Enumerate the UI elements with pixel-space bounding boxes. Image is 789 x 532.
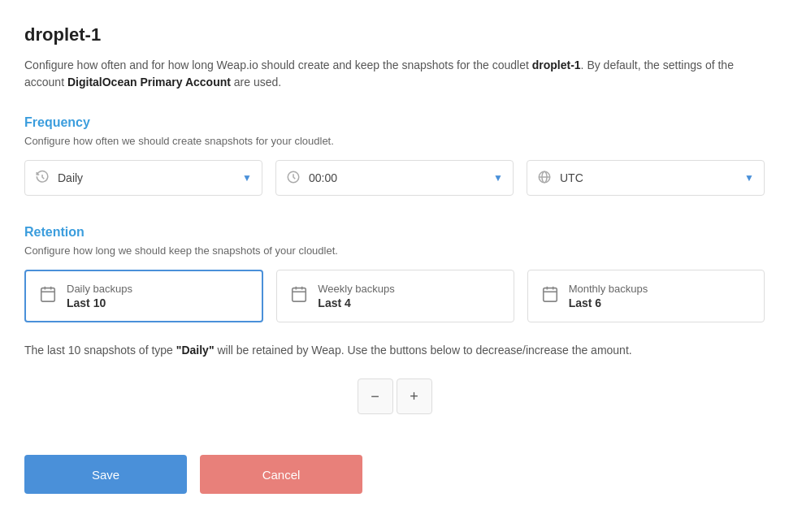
retention-info-post: will be retained by Weap. Use the button… (215, 344, 632, 357)
calendar-daily-icon (39, 285, 57, 307)
stepper-row: − + (24, 378, 765, 414)
retention-card-monthly[interactable]: Monthly backups Last 6 (527, 270, 765, 322)
increase-button[interactable]: + (397, 378, 432, 414)
frequency-section-title: Frequency (24, 115, 765, 130)
svg-rect-4 (41, 288, 55, 302)
description-pre: Configure how often and for how long Wea… (24, 58, 532, 71)
time-chevron-icon: ▼ (493, 172, 503, 184)
decrease-button[interactable]: − (358, 378, 393, 414)
actions-row: Save Cancel (24, 455, 765, 494)
monthly-card-text: Monthly backups Last 6 (569, 283, 648, 309)
timezone-value: UTC (560, 171, 744, 184)
daily-card-title: Daily backups (67, 283, 132, 295)
svg-rect-8 (293, 288, 306, 302)
time-value: 00:00 (309, 171, 493, 184)
clock-icon (286, 170, 301, 187)
retention-section-title: Retention (24, 225, 765, 240)
interval-select[interactable]: Daily ▼ (24, 160, 262, 196)
daily-card-text: Daily backups Last 10 (67, 283, 132, 309)
description-post: are used. (231, 76, 281, 89)
frequency-row: Daily ▼ 00:00 ▼ UTC (24, 160, 765, 196)
retention-info: The last 10 snapshots of type "Daily" wi… (24, 342, 765, 359)
retention-info-type: "Daily" (176, 344, 215, 357)
retention-section-desc: Configure how long we should keep the sn… (24, 244, 765, 257)
retention-cards: Daily backups Last 10 Weekly backups Las… (24, 270, 765, 322)
svg-rect-12 (543, 288, 557, 302)
calendar-weekly-icon (290, 285, 308, 307)
daily-card-value: Last 10 (67, 296, 132, 309)
page-title: droplet-1 (24, 24, 765, 45)
weekly-card-text: Weekly backups Last 4 (318, 283, 394, 309)
timezone-chevron-icon: ▼ (744, 172, 754, 184)
interval-chevron-icon: ▼ (242, 172, 252, 184)
interval-value: Daily (58, 171, 242, 184)
timezone-select[interactable]: UTC ▼ (527, 160, 765, 196)
retention-card-daily[interactable]: Daily backups Last 10 (24, 270, 263, 322)
account-name-bold: DigitalOcean Primary Account (67, 76, 231, 89)
droplet-name-bold: droplet-1 (532, 58, 581, 71)
retention-section: Retention Configure how long we should k… (24, 225, 765, 414)
weekly-card-value: Last 4 (318, 296, 394, 309)
time-select[interactable]: 00:00 ▼ (275, 160, 514, 196)
retention-card-weekly[interactable]: Weekly backups Last 4 (276, 270, 514, 322)
save-button[interactable]: Save (24, 455, 187, 494)
globe-icon (537, 170, 552, 187)
cancel-button[interactable]: Cancel (200, 455, 362, 494)
weekly-card-title: Weekly backups (318, 283, 394, 295)
frequency-section: Frequency Configure how often we should … (24, 115, 765, 196)
page-description: Configure how often and for how long Wea… (24, 57, 765, 91)
clock-history-icon (35, 170, 50, 187)
monthly-card-title: Monthly backups (569, 283, 648, 295)
monthly-card-value: Last 6 (569, 296, 648, 309)
frequency-section-desc: Configure how often we should create sna… (24, 135, 765, 147)
calendar-monthly-icon (541, 285, 559, 307)
retention-info-pre: The last 10 snapshots of type (24, 344, 176, 357)
